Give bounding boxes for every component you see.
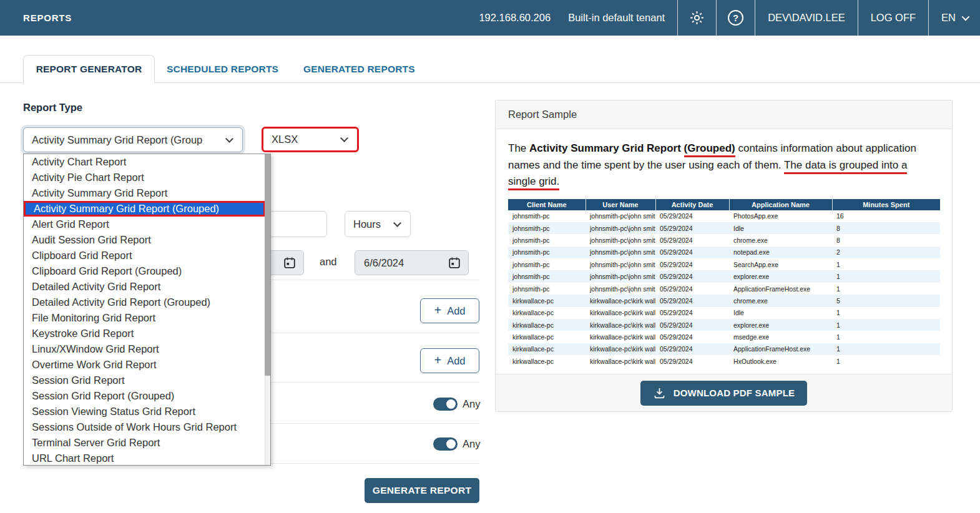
table-cell: johnsmith-pc (508, 234, 586, 246)
table-cell: 1 (832, 355, 940, 367)
log-off-button[interactable]: LOG OFF (858, 0, 928, 36)
download-icon (653, 386, 666, 399)
sample-table-column-header: Application Name (729, 199, 832, 210)
table-cell: kirkwallace-pc (508, 355, 586, 367)
table-cell: chrome.exe (729, 295, 832, 306)
table-row: johnsmith-pcjohnsmith-pc\john smith05/29… (508, 222, 940, 234)
language-selector[interactable]: EN (929, 0, 980, 36)
top-navigation-bar: REPORTS 192.168.60.206 Built-in default … (0, 0, 980, 36)
table-cell: 05/29/2024 (655, 355, 729, 367)
dropdown-option[interactable]: Clipboard Grid Report (24, 248, 265, 263)
table-cell: 05/29/2024 (655, 343, 729, 355)
table-cell: Idle (729, 307, 832, 319)
filter-toggle[interactable] (433, 398, 458, 411)
table-cell: 05/29/2024 (655, 222, 729, 234)
tenant-name: Built-in default tenant (556, 0, 677, 36)
help-button[interactable]: ? (717, 0, 755, 36)
table-cell: explorer.exe (729, 270, 832, 282)
table-cell: 05/29/2024 (655, 270, 729, 282)
dropdown-option[interactable]: Alert Grid Report (24, 217, 265, 232)
dropdown-option-selected[interactable]: Activity Summary Grid Report (Grouped) (24, 201, 265, 217)
table-cell: johnsmith-pc (508, 247, 586, 258)
dropdown-option[interactable]: Activity Chart Report (24, 154, 265, 170)
table-cell: johnsmith-pc\john smith (586, 283, 655, 295)
filter-toggle[interactable] (433, 437, 458, 451)
table-cell: kirkwallace-pc (508, 331, 586, 343)
calendar-icon (283, 256, 296, 270)
dropdown-option[interactable]: URL Chart Report (24, 451, 265, 466)
toggle-knob (446, 439, 456, 449)
sample-table-header-row: Client NameUser NameActivity DateApplica… (508, 199, 940, 210)
download-pdf-sample-button[interactable]: DOWNLOAD PDF SAMPLE (640, 381, 807, 406)
description-report-name: Activity Summary Grid Report (529, 142, 684, 154)
table-cell: kirkwallace-pc (508, 307, 586, 319)
table-cell: 05/29/2024 (655, 331, 729, 343)
table-cell: 1 (832, 258, 940, 270)
table-cell: kirkwallace-pc (508, 319, 586, 331)
language-label: EN (941, 12, 956, 24)
dropdown-option[interactable]: Overtime Work Grid Report (24, 357, 265, 373)
table-cell: HxOutlook.exe (729, 355, 832, 367)
current-user[interactable]: DEV\DAVID.LEE (755, 0, 857, 36)
date-range-and-label: and (320, 256, 337, 268)
table-cell: johnsmith-pc (508, 258, 586, 270)
dropdown-option[interactable]: Detailed Activity Grid Report (24, 279, 265, 295)
end-date-field[interactable]: 6/6/2024 (355, 250, 469, 275)
dropdown-option[interactable]: Session Grid Report (24, 373, 265, 388)
tab-scheduled-reports[interactable]: SCHEDULED REPORTS (167, 55, 278, 83)
dropdown-option[interactable]: Sessions Outside of Work Hours Grid Repo… (24, 419, 265, 435)
table-row: kirkwallace-pckirkwallace-pc\kirk wallac… (508, 331, 940, 343)
dropdown-option[interactable]: Detailed Activity Grid Report (Grouped) (24, 295, 265, 310)
dropdown-option[interactable]: Keystroke Grid Report (24, 326, 265, 341)
dropdown-option[interactable]: Session Viewing Status Grid Report (24, 404, 265, 419)
dropdown-option[interactable]: Session Grid Report (Grouped) (24, 388, 265, 404)
dropdown-option[interactable]: Audit Session Grid Report (24, 232, 265, 248)
tab-generated-reports[interactable]: GENERATED REPORTS (303, 55, 415, 83)
table-cell: 2 (832, 247, 940, 258)
table-row: kirkwallace-pckirkwallace-pc\kirk wallac… (508, 295, 940, 306)
unit-select[interactable]: Hours (345, 211, 411, 237)
report-type-dropdown-list: Activity Chart ReportActivity Pie Chart … (23, 154, 271, 466)
toggle-any-label: Any (463, 438, 480, 450)
table-cell: kirkwallace-pc\kirk wallace (586, 319, 655, 331)
calendar-icon (448, 256, 461, 270)
report-type-selected-value: Activity Summary Grid Report (Group (24, 134, 223, 146)
table-cell: johnsmith-pc\john smith (586, 258, 655, 270)
server-ip: 192.168.60.206 (466, 0, 556, 36)
add-filter-button[interactable]: + Add (420, 298, 479, 323)
dropdown-option[interactable]: File Monitoring Grid Report (24, 310, 265, 326)
table-row: johnsmith-pcjohnsmith-pc\john smith05/29… (508, 258, 940, 270)
topbar-spacer (72, 0, 466, 36)
table-cell: kirkwallace-pc (508, 343, 586, 355)
duration-input[interactable] (262, 211, 327, 237)
dropdown-scrollbar-track[interactable] (265, 154, 270, 465)
table-cell: SearchApp.exe (729, 258, 832, 270)
table-cell: PhotosApp.exe (729, 210, 832, 222)
table-cell: johnsmith-pc (508, 222, 586, 234)
dropdown-scrollbar-thumb[interactable] (265, 154, 270, 376)
format-select[interactable]: XLSX (262, 127, 359, 152)
dropdown-option[interactable]: Linux/XWindow Grid Report (24, 341, 265, 357)
tab-report-generator[interactable]: REPORT GENERATOR (23, 55, 155, 83)
sample-table-body: johnsmith-pcjohnsmith-pc\john smith05/29… (508, 210, 940, 368)
dropdown-option[interactable]: Clipboard Grid Report (Grouped) (24, 263, 265, 279)
table-cell: explorer.exe (729, 319, 832, 331)
chevron-down-icon (340, 134, 348, 142)
table-cell: johnsmith-pc (508, 270, 586, 282)
help-glyph: ? (733, 12, 738, 23)
add-filter-button[interactable]: + Add (420, 348, 479, 373)
table-cell: 05/29/2024 (655, 307, 729, 319)
table-row: johnsmith-pcjohnsmith-pc\john smith05/29… (508, 270, 940, 282)
toggle-knob (446, 399, 456, 409)
table-row: kirkwallace-pckirkwallace-pc\kirk wallac… (508, 319, 940, 331)
dropdown-option[interactable]: Activity Summary Grid Report (24, 185, 265, 201)
dropdown-option[interactable]: Terminal Server Grid Report (24, 435, 265, 451)
table-cell: notepad.exe (729, 247, 832, 258)
generate-report-button[interactable]: GENERATE REPORT (365, 478, 479, 503)
dropdown-option[interactable]: Activity Pie Chart Report (24, 170, 265, 185)
table-cell: 1 (832, 270, 940, 282)
format-selected-value: XLSX (263, 134, 338, 145)
settings-button[interactable] (678, 0, 716, 36)
report-type-select[interactable]: Activity Summary Grid Report (Group (23, 127, 243, 152)
table-row: johnsmith-pcjohnsmith-pc\john smith05/29… (508, 247, 940, 258)
